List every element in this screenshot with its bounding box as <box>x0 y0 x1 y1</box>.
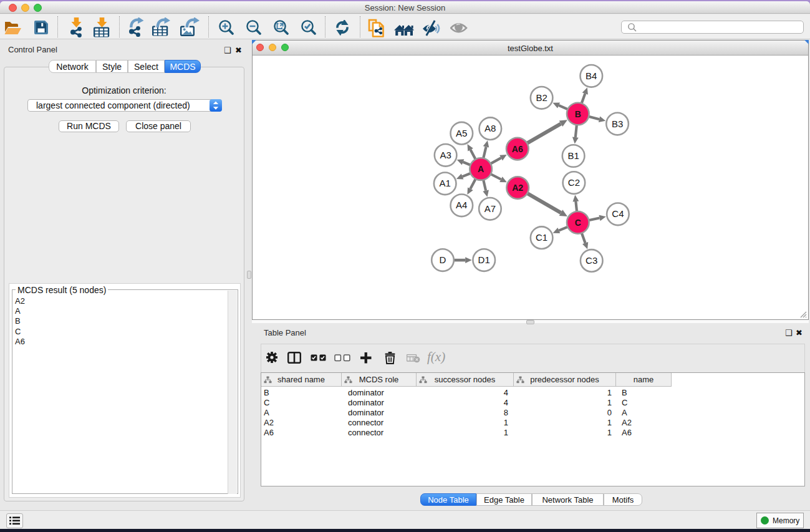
svg-text:A2: A2 <box>512 183 523 193</box>
svg-text:D: D <box>440 254 446 265</box>
svg-text:A5: A5 <box>456 128 467 138</box>
svg-text:A3: A3 <box>440 150 451 160</box>
svg-text:A7: A7 <box>485 203 496 214</box>
svg-text:A8: A8 <box>485 123 496 133</box>
svg-text:C2: C2 <box>568 177 580 188</box>
svg-text:A6: A6 <box>512 144 523 154</box>
svg-text:B1: B1 <box>567 150 579 161</box>
svg-text:C4: C4 <box>612 208 624 219</box>
svg-text:C: C <box>575 218 581 228</box>
svg-text:B4: B4 <box>586 70 597 81</box>
svg-text:B3: B3 <box>612 118 623 129</box>
svg-text:C3: C3 <box>586 255 597 266</box>
svg-text:D1: D1 <box>478 254 490 265</box>
svg-text:A1: A1 <box>440 178 451 188</box>
svg-text:A4: A4 <box>456 200 467 210</box>
svg-text:C1: C1 <box>536 232 547 243</box>
svg-text:A: A <box>478 164 484 174</box>
svg-text:B: B <box>575 109 581 119</box>
svg-text:B2: B2 <box>536 92 547 103</box>
